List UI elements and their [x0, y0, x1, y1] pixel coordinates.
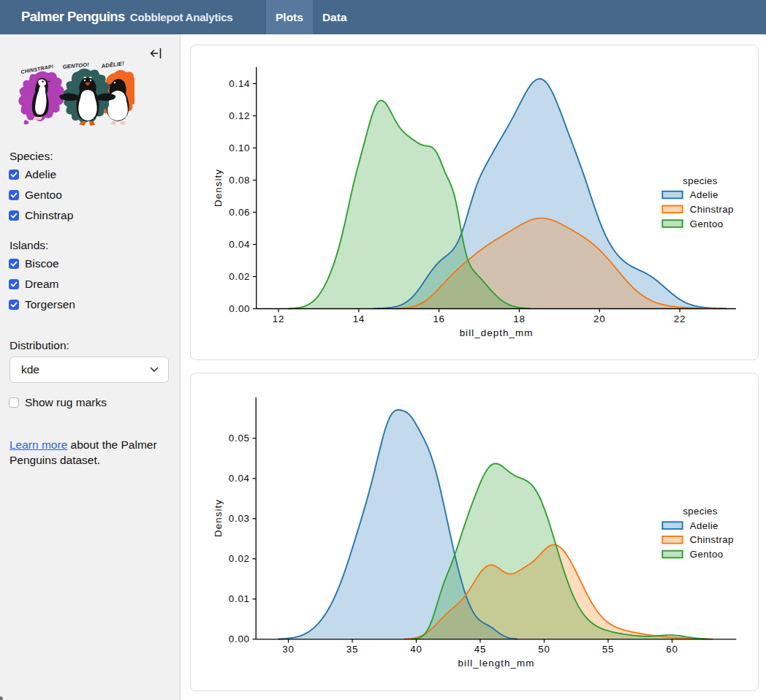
svg-text:species: species	[683, 506, 718, 517]
svg-text:Chinstrap: Chinstrap	[690, 534, 734, 545]
svg-text:ADĒLIE!: ADĒLIE!	[100, 61, 125, 69]
svg-text:Chinstrap: Chinstrap	[690, 204, 734, 215]
svg-text:30: 30	[282, 644, 294, 655]
svg-text:0.12: 0.12	[229, 110, 250, 121]
svg-text:bill_length_mm: bill_length_mm	[458, 658, 535, 669]
svg-text:35: 35	[346, 644, 358, 655]
svg-text:bill_depth_mm: bill_depth_mm	[460, 327, 534, 338]
svg-text:12: 12	[273, 313, 284, 324]
svg-text:14: 14	[353, 313, 365, 324]
svg-text:Density: Density	[213, 169, 224, 207]
svg-text:Gentoo: Gentoo	[690, 549, 724, 560]
svg-text:55: 55	[602, 644, 614, 655]
svg-text:species: species	[683, 175, 718, 186]
svg-text:45: 45	[474, 644, 486, 655]
svg-text:Density: Density	[213, 499, 224, 537]
svg-text:0.03: 0.03	[229, 513, 250, 524]
svg-text:0.06: 0.06	[229, 207, 250, 218]
svg-text:Adelie: Adelie	[690, 520, 718, 531]
svg-text:0.00: 0.00	[229, 303, 250, 314]
svg-text:0.01: 0.01	[229, 593, 250, 604]
svg-text:0.02: 0.02	[229, 553, 250, 564]
svg-text:0.10: 0.10	[229, 142, 250, 153]
svg-text:22: 22	[674, 313, 686, 324]
svg-text:0.04: 0.04	[229, 239, 250, 250]
svg-text:20: 20	[594, 313, 605, 324]
svg-text:50: 50	[538, 644, 550, 655]
svg-text:0.08: 0.08	[229, 175, 250, 186]
svg-text:0.02: 0.02	[229, 271, 250, 282]
svg-text:Gentoo: Gentoo	[690, 218, 724, 229]
svg-text:0.05: 0.05	[229, 433, 250, 444]
svg-text:0.14: 0.14	[229, 78, 250, 89]
svg-text:60: 60	[666, 644, 678, 655]
svg-text:Adelie: Adelie	[690, 189, 718, 200]
svg-text:16: 16	[433, 313, 444, 324]
svg-text:40: 40	[410, 644, 422, 655]
svg-text:0.00: 0.00	[229, 634, 250, 644]
svg-text:0.04: 0.04	[229, 473, 250, 484]
svg-text:18: 18	[513, 313, 525, 324]
